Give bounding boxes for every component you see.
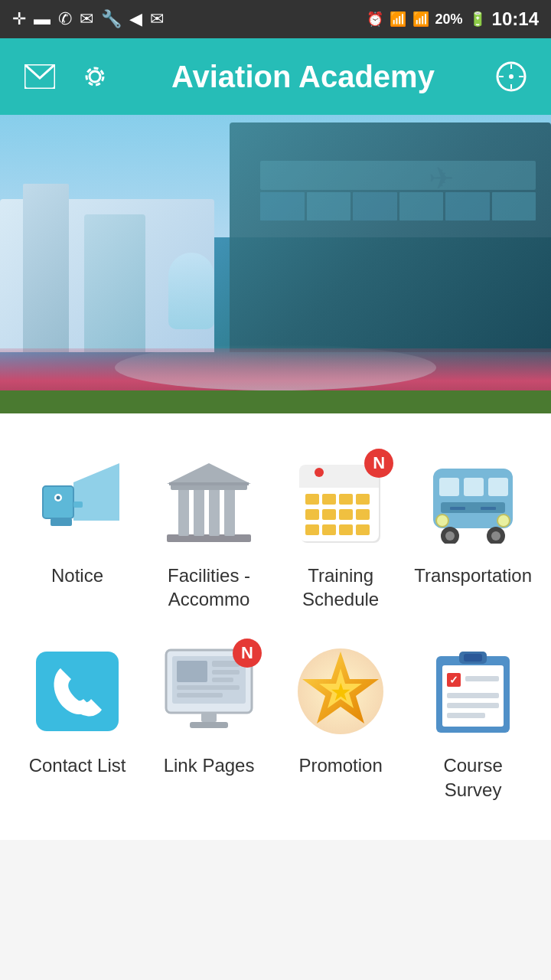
star-icon: ★ [295,645,386,737]
training-icon-wrapper: N [291,452,390,551]
svg-rect-17 [178,488,189,536]
svg-rect-46 [450,507,465,510]
battery-percent: 20% [435,11,463,28]
menu-item-facilities[interactable]: Facilities - Accommo [147,444,271,619]
svg-rect-30 [322,494,336,505]
promotion-icon-wrapper: ★ [291,642,390,741]
svg-rect-54 [36,652,119,731]
svg-rect-47 [481,507,496,510]
linkpages-icon-wrapper: N [159,642,259,741]
svg-rect-40 [356,524,370,535]
email-icon: ✉ [80,9,93,29]
svg-rect-19 [209,488,220,536]
svg-rect-20 [224,488,235,536]
compass-button[interactable] [490,55,533,98]
app-title: Aviation Academy [116,60,490,94]
megaphone-icon [31,459,123,544]
transportation-icon-wrapper [423,452,523,551]
svg-point-28 [315,468,324,477]
svg-rect-15 [73,501,83,508]
svg-rect-29 [305,494,319,505]
menu-item-linkpages[interactable]: N Link Pages [147,634,271,808]
svg-rect-42 [439,478,459,496]
wrench-icon: 🔧 [101,9,122,29]
menu-item-training[interactable]: N [279,444,403,619]
svg-rect-36 [356,509,370,520]
survey-label: Course Survey [414,753,532,801]
menu-item-contact[interactable]: Contact List [15,634,139,808]
svg-rect-76 [447,693,499,698]
building-icon [163,459,255,544]
svg-rect-33 [305,509,319,520]
svg-rect-39 [339,524,353,535]
status-bar: ✛ ▬ ✆ ✉ 🔧 ◀ ✉ ⏰ 📶 📶 20% 🔋 10:14 [0,0,551,38]
hero-banner: ✈ [0,115,551,413]
missed-call-icon: ✆ [58,9,72,29]
svg-point-51 [445,531,455,541]
svg-rect-34 [322,509,336,520]
menu-item-promotion[interactable]: ★ Promotion [279,634,403,808]
alarm-icon: ⏰ [367,11,383,28]
plus-icon: ✛ [12,9,26,29]
transportation-label: Transportation [414,564,532,587]
svg-rect-44 [488,478,508,496]
facilities-icon-wrapper [159,452,259,551]
menu-item-notice[interactable]: Notice [15,444,139,619]
signal-icon: 📶 [412,11,429,28]
svg-rect-23 [169,482,249,485]
svg-marker-22 [167,463,251,484]
mail-icon: ✉ [150,9,164,29]
svg-rect-59 [212,670,240,675]
svg-rect-9 [43,486,73,518]
battery-icon: 🔋 [469,11,486,28]
phone-icon [31,645,123,737]
svg-text:✓: ✓ [449,674,458,686]
svg-rect-63 [201,713,217,722]
svg-rect-61 [177,685,240,690]
status-bar-right: ⏰ 📶 📶 20% 🔋 10:14 [367,8,539,30]
svg-rect-38 [322,524,336,535]
svg-point-48 [436,514,448,527]
svg-point-1 [90,71,100,82]
svg-rect-37 [305,524,319,535]
linkpages-notification-badge: N [233,639,262,668]
app-bar: Aviation Academy [0,38,551,115]
gear-button[interactable] [73,55,116,98]
notice-icon-wrapper [28,452,127,551]
svg-point-53 [491,531,500,541]
svg-rect-77 [447,703,499,708]
menu-item-survey[interactable]: ✓ Course Survey [410,634,536,808]
arrow-icon: ◀ [129,9,142,29]
linkpages-label: Link Pages [164,753,255,777]
svg-rect-18 [194,488,204,536]
clipboard-icon: ✓ [427,645,519,737]
svg-rect-60 [212,678,233,682]
mail-button[interactable] [18,55,61,98]
menu-item-transportation[interactable]: Transportation [410,444,536,619]
contact-icon-wrapper [28,642,127,741]
status-bar-left: ✛ ▬ ✆ ✉ 🔧 ◀ ✉ [12,9,164,29]
svg-point-13 [57,496,60,500]
training-notification-badge: N [364,449,393,478]
bus-icon [427,459,519,544]
facilities-label: Facilities - Accommo [151,564,267,611]
wifi-icon: 📶 [390,11,406,28]
svg-rect-31 [339,494,353,505]
svg-text:★: ★ [330,678,352,706]
battery-small-icon: ▬ [34,9,51,29]
svg-rect-75 [465,676,499,681]
svg-point-49 [497,514,510,527]
svg-point-4 [509,74,514,79]
svg-marker-10 [73,463,119,521]
svg-rect-35 [339,509,353,520]
svg-rect-62 [177,693,223,697]
svg-rect-64 [190,722,228,728]
svg-rect-11 [51,518,72,526]
training-label: Training Schedule [282,564,399,611]
survey-icon-wrapper: ✓ [423,642,523,741]
svg-rect-43 [464,478,484,496]
svg-rect-71 [464,654,482,662]
svg-rect-32 [356,494,370,505]
svg-rect-27 [299,479,379,488]
svg-rect-57 [177,661,207,682]
